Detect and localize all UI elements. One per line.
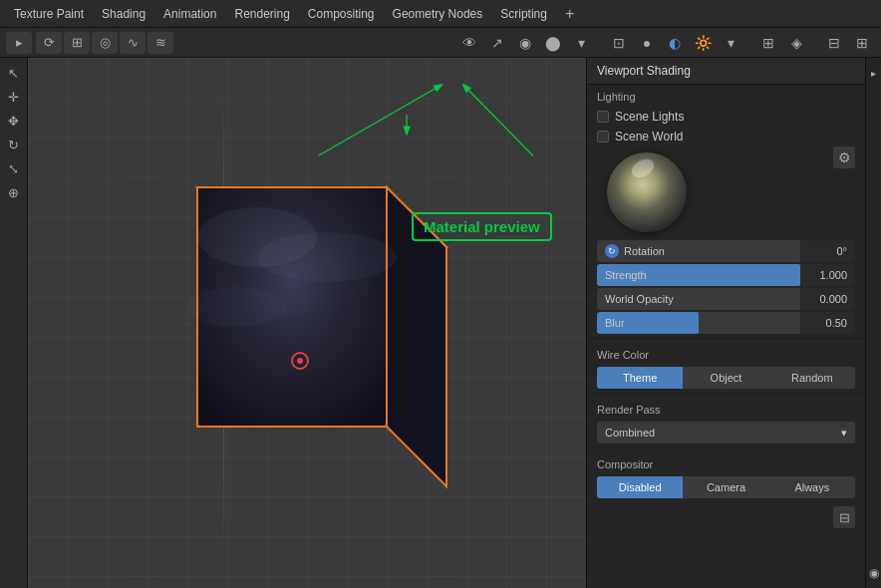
blur-bar[interactable]: Blur [597, 312, 800, 334]
strength-bar[interactable]: Strength [597, 264, 800, 286]
compositor-always-btn[interactable]: Always [769, 476, 855, 498]
divider-3 [587, 447, 865, 448]
render-pass-value: Combined [605, 427, 655, 439]
object-origin-indicator [291, 352, 309, 370]
toolbar-gizmo-btn[interactable]: ⊞ [755, 32, 781, 54]
svg-point-4 [257, 232, 397, 282]
scene-lights-row[interactable]: Scene Lights [587, 107, 865, 127]
rotation-icon: ↻ [605, 244, 619, 258]
strength-row[interactable]: Strength 1.000 [597, 264, 855, 286]
toolbar-viewport-eye-btn[interactable]: 👁 [456, 32, 482, 54]
panel-settings-btn[interactable]: ⊟ [833, 506, 855, 528]
hdri-settings-btn[interactable]: ⚙ [833, 147, 855, 168]
toolbar-right-group: ⊟ ⊞ [821, 32, 875, 54]
toolbar-solid-btn[interactable]: ● [634, 32, 660, 54]
toolbar-overlay-btn[interactable]: ◈ [783, 32, 809, 54]
viewport[interactable]: Material preview Rendered [28, 58, 586, 588]
world-opacity-row[interactable]: World Opacity 0.000 [597, 288, 855, 310]
panel-footer: ⊟ [587, 500, 865, 534]
wire-color-section-label: Wire Color [587, 343, 865, 365]
menu-rendering[interactable]: Rendering [226, 4, 297, 24]
scene-world-checkbox[interactable] [597, 131, 609, 143]
toolbar-view-btn[interactable]: ◉ [512, 32, 538, 54]
toolbar-dropdown-btn[interactable]: ▾ [568, 32, 594, 54]
toolbar-view-output-btn[interactable]: ⊞ [849, 32, 875, 54]
menu-animation[interactable]: Animation [155, 4, 224, 24]
toolbar-shading-dropdown-btn[interactable]: ▾ [718, 32, 743, 54]
toolbar-arrow-btn[interactable]: ↗ [484, 32, 510, 54]
toolbar-snap-btn[interactable]: ⊞ [64, 32, 90, 54]
menu-shading[interactable]: Shading [94, 4, 153, 24]
tool-select[interactable]: ↖ [3, 62, 25, 84]
toolbar-gizmo-group: ⊞ ◈ [755, 32, 809, 54]
toolbar-dot-btn[interactable]: ⬤ [540, 32, 566, 54]
toolbar-shading-group: ⊡ ● ◐ 🔆 ▾ [606, 32, 743, 54]
tool-move[interactable]: ✥ [3, 110, 25, 132]
scene-world-row[interactable]: Scene World [587, 127, 865, 147]
toolbar-rendered-btn[interactable]: 🔆 [690, 32, 716, 54]
menu-bar: Texture Paint Shading Animation Renderin… [0, 0, 881, 28]
compositor-section-label: Compositor [587, 452, 865, 474]
wire-color-object-btn[interactable]: Object [683, 367, 768, 389]
scene-lights-checkbox[interactable] [597, 111, 609, 123]
viewport-shading-panel: Viewport Shading Lighting Scene Lights S… [586, 58, 865, 588]
far-right-expand-btn[interactable]: ▸ [863, 62, 882, 84]
compositor-camera-btn[interactable]: Camera [683, 476, 768, 498]
toolbar: ▸ ⟳ ⊞ ◎ ∿ ≋ 👁 ↗ ◉ ⬤ ▾ ⊡ ● ◐ 🔆 ▾ ⊞ ◈ ⊟ ⊞ [0, 28, 881, 58]
wire-color-theme-btn[interactable]: Theme [597, 367, 683, 389]
lighting-section-label: Lighting [587, 85, 865, 107]
compositor-btn-group: Disabled Camera Always [597, 476, 855, 498]
scene-lights-label: Scene Lights [615, 110, 684, 124]
toolbar-curve-btn[interactable]: ∿ [120, 32, 146, 54]
dropdown-arrow-icon: ▾ [841, 427, 847, 440]
blur-row[interactable]: Blur 0.50 [597, 312, 855, 334]
far-right-eye-btn[interactable]: ◉ [863, 562, 882, 584]
divider-2 [587, 393, 865, 394]
world-opacity-value: 0.000 [800, 288, 855, 310]
svg-marker-1 [387, 187, 446, 486]
scene-world-label: Scene World [615, 130, 683, 144]
tool-scale[interactable]: ⤡ [3, 157, 25, 179]
toolbar-proportional-btn[interactable]: ◎ [92, 32, 118, 54]
divider-1 [587, 338, 865, 339]
toolbar-grab-btn[interactable]: ⟳ [36, 32, 62, 54]
svg-point-5 [187, 287, 287, 327]
menu-geometry-nodes[interactable]: Geometry Nodes [385, 4, 491, 24]
hdri-preview-row: ⚙ [587, 147, 865, 238]
compositor-disabled-btn[interactable]: Disabled [597, 476, 683, 498]
menu-compositing[interactable]: Compositing [300, 4, 383, 24]
wire-color-random-btn[interactable]: Random [769, 367, 855, 389]
main-area: ↖ ✛ ✥ ↻ ⤡ ⊕ [0, 58, 881, 588]
wire-color-btn-group: Theme Object Random [597, 367, 855, 389]
render-pass-dropdown[interactable]: Combined ▾ [597, 422, 855, 443]
toolbar-transform-group: ⟳ ⊞ ◎ ∿ ≋ [36, 32, 173, 54]
toolbar-expand-btn[interactable]: ▸ [6, 32, 32, 54]
tool-rotate[interactable]: ↻ [3, 134, 25, 155]
toolbar-wave-btn[interactable]: ≋ [147, 32, 173, 54]
toolbar-viewport-group: 👁 ↗ ◉ ⬤ ▾ [456, 32, 594, 54]
toolbar-wireframe-btn[interactable]: ⊡ [606, 32, 632, 54]
toolbar-output-btn[interactable]: ⊟ [821, 32, 847, 54]
rotation-label: ↻ Rotation [597, 240, 800, 262]
tool-transform[interactable]: ⊕ [3, 181, 25, 203]
render-pass-section-label: Render Pass [587, 398, 865, 420]
blur-value: 0.50 [800, 312, 855, 334]
menu-texture-paint[interactable]: Texture Paint [6, 4, 92, 24]
toolbar-material-preview-btn[interactable]: ◐ [662, 32, 688, 54]
menu-add[interactable]: + [557, 2, 582, 26]
cube-3d [78, 108, 526, 556]
left-tool-panel: ↖ ✛ ✥ ↻ ⤡ ⊕ [0, 58, 28, 588]
tool-cursor[interactable]: ✛ [3, 86, 25, 108]
strength-value: 1.000 [800, 264, 855, 286]
rotation-row[interactable]: ↻ Rotation 0° [597, 240, 855, 262]
world-opacity-bar[interactable]: World Opacity [597, 288, 800, 310]
hdri-sphere-preview [607, 152, 687, 232]
panel-title: Viewport Shading [597, 64, 691, 78]
panel-header: Viewport Shading [587, 58, 865, 85]
menu-scripting[interactable]: Scripting [492, 4, 555, 24]
far-right-panel: ▸ ◉ [865, 58, 881, 588]
rotation-value: 0° [800, 240, 855, 262]
